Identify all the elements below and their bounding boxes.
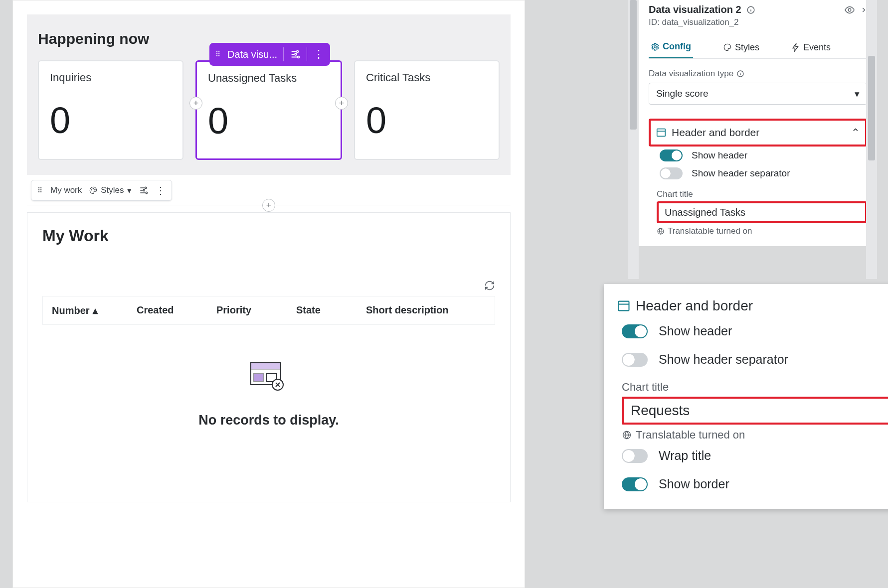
palette-icon — [89, 186, 98, 195]
cards-row: Inquiries 0 Unassigned Tasks 0 + + Criti… — [38, 60, 500, 160]
empty-illustration — [249, 360, 289, 395]
properties-panel: Data visualization 2 ID: data_visualizat… — [639, 0, 877, 246]
card-value: 0 — [208, 100, 330, 142]
svg-rect-18 — [657, 129, 666, 137]
svg-point-4 — [93, 188, 94, 189]
tab-events[interactable]: Events — [789, 37, 833, 58]
translatable-hint: Translatable turned on — [657, 226, 867, 236]
floating-toolbar[interactable]: ⠿ My work Styles ▾ ⋮ — [31, 180, 172, 201]
globe-icon — [622, 430, 632, 440]
tab-bar: Config Styles Events — [649, 37, 867, 59]
lightning-icon — [791, 43, 800, 52]
toggle-show-header[interactable]: Show header — [649, 147, 867, 164]
empty-text: No records to display. — [198, 413, 339, 428]
pill-label: Data visu... — [227, 49, 277, 60]
scrollbar-thumb[interactable] — [630, 0, 637, 130]
insert-left-button[interactable]: + — [189, 97, 202, 110]
svg-point-0 — [297, 51, 299, 53]
card-unassigned-tasks[interactable]: Unassigned Tasks 0 + + — [195, 60, 342, 160]
refresh-icon[interactable] — [484, 280, 495, 291]
gear-icon — [651, 42, 660, 51]
toggle-show-header[interactable]: Show header — [617, 317, 888, 345]
card-title: Unassigned Tasks — [208, 72, 330, 85]
svg-point-5 — [95, 189, 96, 190]
svg-point-6 — [145, 187, 146, 188]
chevron-up-icon: ⌃ — [851, 127, 860, 139]
divider — [307, 47, 307, 61]
svg-point-15 — [848, 8, 851, 11]
card-value: 0 — [366, 99, 488, 142]
toggle[interactable] — [622, 353, 648, 367]
drag-handle-icon[interactable]: ⠿ — [37, 186, 43, 194]
empty-state: No records to display. — [42, 325, 495, 488]
svg-point-16 — [654, 45, 657, 48]
scrollbar-track[interactable] — [866, 0, 877, 279]
more-icon[interactable]: ⋮ — [156, 184, 166, 196]
insert-button[interactable]: + — [262, 199, 275, 212]
panel-id: ID: data_visualization_2 — [649, 17, 867, 27]
toggle[interactable] — [660, 149, 683, 161]
chevron-down-icon: ▾ — [127, 185, 132, 196]
viz-type-label: Data visualization type — [649, 69, 867, 79]
insert-right-button[interactable]: + — [335, 97, 348, 110]
toolbar-name: My work — [50, 185, 82, 195]
card-inquiries[interactable]: Inquiries 0 — [38, 60, 183, 160]
toggle[interactable] — [622, 324, 648, 338]
toggle[interactable] — [622, 449, 648, 463]
tab-styles[interactable]: Styles — [721, 37, 761, 58]
settings-sliders-icon[interactable] — [290, 49, 301, 60]
visibility-icon[interactable] — [844, 4, 855, 15]
window-icon — [656, 127, 667, 138]
svg-point-2 — [298, 56, 300, 58]
info-icon[interactable] — [736, 70, 744, 78]
toggle-show-border[interactable]: Show border — [617, 470, 888, 498]
table-header: Number▴ Created Priority State Short des… — [42, 296, 495, 325]
chart-title-label: Chart title — [657, 189, 867, 199]
header-border-popover: Header and border ⌃ Show header Show hea… — [604, 284, 888, 509]
svg-point-8 — [146, 192, 147, 193]
mywork-title: My Work — [42, 227, 495, 245]
col-number[interactable]: Number▴ — [52, 304, 117, 316]
col-created[interactable]: Created — [137, 304, 196, 316]
divider — [283, 47, 284, 61]
mywork-section: My Work Number▴ Created Priority State S… — [27, 212, 511, 502]
translatable-hint: Translatable turned on — [622, 429, 888, 441]
selected-component-pill[interactable]: ⠿ Data visu... ⋮ — [209, 43, 330, 66]
happening-section: Happening now Inquiries 0 Unassigned Tas… — [27, 14, 511, 175]
toggle-show-separator[interactable]: Show header separator — [617, 345, 888, 374]
insert-row: + — [27, 205, 511, 205]
tab-config[interactable]: Config — [649, 37, 693, 58]
settings-sliders-icon[interactable] — [139, 185, 149, 195]
toggle[interactable] — [622, 477, 648, 491]
header-border-section[interactable]: Header and border ⌃ — [649, 119, 867, 147]
col-priority[interactable]: Priority — [216, 304, 276, 316]
chart-title-input[interactable]: Requests — [622, 397, 888, 425]
col-state[interactable]: State — [296, 304, 346, 316]
info-icon[interactable] — [746, 5, 755, 14]
card-value: 0 — [50, 99, 172, 142]
window-icon — [617, 299, 631, 313]
canvas-area: Happening now Inquiries 0 Unassigned Tas… — [12, 0, 525, 588]
styles-dropdown[interactable]: Styles ▾ — [89, 185, 131, 196]
sort-asc-icon: ▴ — [93, 304, 117, 316]
viz-type-select[interactable]: Single score ▾ — [649, 83, 867, 105]
toggle[interactable] — [660, 167, 683, 179]
globe-icon — [657, 227, 665, 235]
svg-rect-10 — [251, 363, 281, 370]
toggle-wrap-title[interactable]: Wrap title — [617, 441, 888, 470]
card-critical-tasks[interactable]: Critical Tasks 0 — [354, 60, 500, 160]
header-border-section[interactable]: Header and border ⌃ — [617, 295, 888, 317]
drag-handle-icon[interactable]: ⠿ — [215, 50, 221, 58]
panel-title: Data visualization 2 — [649, 4, 741, 15]
chart-title-label: Chart title — [622, 381, 888, 394]
palette-icon — [723, 43, 732, 52]
card-title: Inquiries — [50, 71, 172, 84]
chart-title-input[interactable]: Unassigned Tasks — [657, 201, 867, 223]
svg-point-3 — [91, 189, 92, 190]
svg-rect-11 — [254, 374, 264, 382]
more-icon[interactable]: ⋮ — [313, 48, 324, 61]
svg-point-7 — [143, 189, 145, 191]
col-short-description[interactable]: Short description — [366, 304, 476, 316]
toggle-show-separator[interactable]: Show header separator — [649, 164, 867, 182]
scrollbar-thumb[interactable] — [868, 56, 875, 160]
